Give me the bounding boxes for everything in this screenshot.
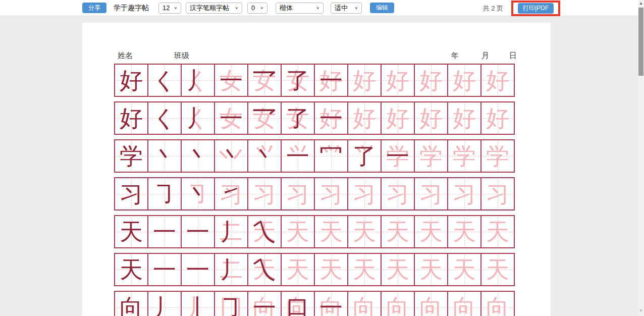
grid-cell: 向	[480, 291, 515, 316]
chevron-down-icon: ∨	[174, 6, 177, 10]
chevron-down-icon: ∨	[260, 6, 263, 10]
grid-cell: 好	[381, 101, 415, 135]
annotation-highlight: 打印|PDF	[511, 1, 560, 16]
grid-cell: 天	[347, 215, 382, 248]
trace-glyph: 天	[448, 254, 480, 285]
trace-glyph: 习	[481, 178, 514, 209]
trace-glyph: 好	[348, 65, 381, 96]
grid-row: 学丶丶丶丷丶⺍丶⺍一⺍冖⺍了学一学学学	[114, 139, 515, 173]
density-value: 适中	[335, 4, 348, 13]
font-size-select[interactable]: 12 ∨	[158, 3, 181, 14]
grid-cell: 天	[314, 253, 348, 286]
stroke-glyph: 向	[115, 292, 147, 316]
grid-cell: 向	[414, 291, 448, 316]
grid-cell: 天	[447, 253, 481, 286]
offset-value: 0	[251, 4, 255, 12]
grid-cell: ⺍了	[347, 139, 382, 173]
trace-glyph: 习	[415, 178, 447, 209]
grid-cell: 好	[480, 64, 515, 97]
trace-glyph: 向	[382, 292, 414, 316]
grid-cell: 天	[114, 253, 148, 286]
trace-glyph: 好	[415, 65, 447, 96]
grid-cell: 天	[381, 215, 415, 248]
sheet-type-value: 汉字笔顺字帖	[190, 4, 229, 13]
stroke-glyph: 一	[282, 140, 314, 172]
edit-button[interactable]: 编辑	[370, 3, 394, 13]
stroke-glyph: 丿	[215, 216, 247, 247]
grid-cell: 好	[114, 101, 148, 135]
grid-cell: 习	[480, 177, 515, 210]
trace-glyph: 学	[481, 140, 514, 172]
grid-cell: 一	[147, 215, 182, 248]
scroll-down-icon[interactable]: ▼	[638, 308, 644, 313]
grid-cell: く丿	[181, 64, 215, 97]
font-select[interactable]: 楷体 ∨	[276, 3, 324, 14]
stroke-glyph: 一	[148, 216, 181, 247]
grid-cell: 天	[347, 253, 382, 286]
grid-cell: 好	[347, 101, 382, 135]
stroke-glyph: ㇆	[148, 178, 181, 209]
grid-cell: 向口	[281, 291, 315, 316]
grid-cell: 天	[381, 253, 415, 286]
stroke-glyph: 一	[315, 65, 347, 96]
grid-cell: ㇆	[147, 177, 182, 210]
grid-row: 天一一一二丿天乀天天天天天天天	[114, 253, 515, 286]
trace-glyph: 天	[415, 216, 447, 247]
scrollbar[interactable]: ▲ ▼	[638, 0, 644, 316]
stroke-glyph: 一	[248, 292, 281, 316]
trace-glyph: 好	[481, 102, 514, 134]
grid-cell: 好	[480, 101, 515, 135]
stroke-glyph: 一	[215, 65, 247, 96]
grid-cell: 向	[447, 291, 481, 316]
grid-cell: 学	[447, 139, 481, 173]
grid-cell: 丶丶	[181, 139, 215, 173]
print-pdf-button[interactable]: 打印|PDF	[518, 3, 554, 14]
page-count: 共 2 页	[483, 4, 503, 13]
trace-glyph: 学	[448, 140, 480, 172]
grid-cell: く	[147, 101, 182, 135]
stroke-glyph: 丶	[215, 140, 247, 172]
grid-cell: 天	[281, 253, 315, 286]
trace-glyph: 好	[382, 102, 414, 134]
stroke-glyph: 了	[348, 140, 381, 172]
grid-cell: 向	[381, 291, 415, 316]
trace-glyph: 天	[315, 216, 347, 247]
grid-cell: 向	[114, 291, 148, 316]
grid-cell: 天乀	[247, 215, 282, 248]
grid-cell: 天	[480, 253, 515, 286]
grid-cell: 女了	[281, 64, 315, 97]
offset-select[interactable]: 0 ∨	[247, 3, 267, 14]
grid-cell: 向一	[247, 291, 282, 316]
grid-cell: 习	[247, 177, 282, 210]
stroke-glyph: 好	[115, 65, 147, 96]
stroke-glyph: く	[148, 65, 181, 96]
day-label: 日	[509, 51, 517, 61]
trace-glyph: 好	[348, 102, 381, 134]
grid-cell: 天乀	[247, 253, 282, 286]
grid-cell: 一一	[181, 253, 215, 286]
grid-cell: 丿	[147, 291, 182, 316]
practice-grid: 好くく丿女一女乛女了好一好好好好好好くく丿女一女乛女了好一好好好好好学丶丶丶丷丶…	[114, 64, 515, 316]
stroke-glyph: 乀	[248, 216, 281, 247]
scroll-up-icon[interactable]: ▲	[638, 1, 644, 6]
stroke-glyph: 一	[382, 140, 414, 172]
grid-cell: 天	[480, 215, 515, 248]
grid-cell: 习	[314, 177, 348, 210]
scroll-thumb[interactable]	[638, 8, 643, 76]
density-select[interactable]: 适中 ∨	[331, 3, 362, 14]
trace-glyph: 天	[315, 254, 347, 285]
grid-cell: 习	[347, 177, 382, 210]
sheet-type-select[interactable]: 汉字笔顺字帖 ∨	[186, 3, 242, 14]
grid-cell: 女一	[214, 101, 248, 135]
chevron-down-icon: ∨	[354, 6, 358, 10]
stroke-glyph: 丶	[182, 140, 214, 172]
toolbar: 分享 学于趣字帖 12 ∨ 汉字笔顺字帖 ∨ 0 ∨ 楷体 ∨ 适中 ∨ 编辑 …	[0, 0, 644, 16]
trace-glyph: 天	[282, 216, 314, 247]
trace-glyph: 好	[382, 65, 414, 96]
grid-cell: 习	[381, 177, 415, 210]
stroke-glyph: 一	[182, 254, 214, 285]
grid-cell: 一	[147, 253, 182, 286]
font-value: 楷体	[280, 4, 293, 13]
trace-glyph: 习	[348, 178, 381, 209]
share-button[interactable]: 分享	[82, 3, 106, 13]
